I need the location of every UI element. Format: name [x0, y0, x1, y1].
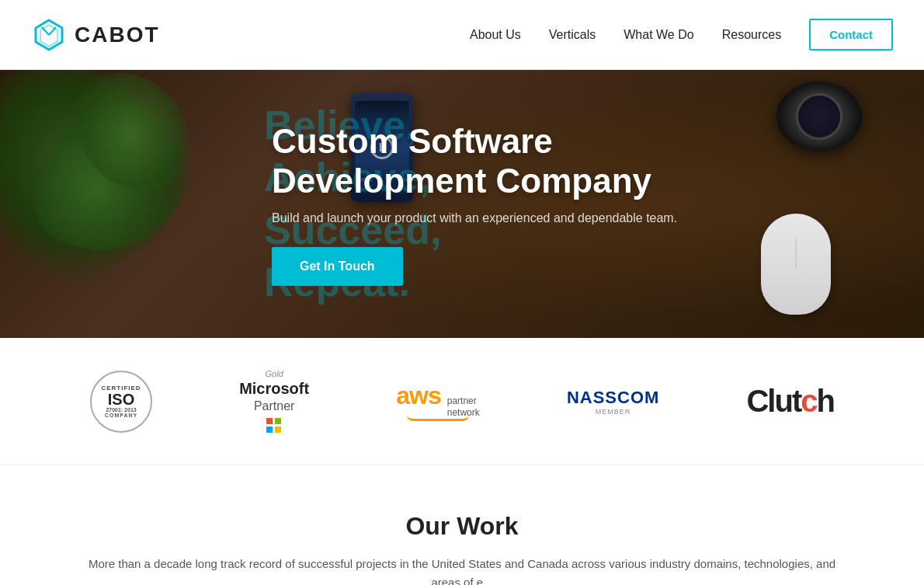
svg-line-3: [49, 27, 56, 35]
camera-lens: [796, 93, 842, 140]
camera-decoration: [776, 82, 862, 151]
clutch-partner: Clutch: [746, 384, 833, 419]
logo-area[interactable]: CABOT: [31, 17, 160, 53]
hero-content: Custom Software Development Company Buil…: [0, 122, 699, 286]
nav-about-us[interactable]: About Us: [470, 28, 521, 42]
ms-squares: [266, 418, 282, 434]
nasscom-partner: NASSCOM MEMBER: [567, 388, 659, 416]
iso-company-text: COMPANY: [105, 413, 137, 418]
cabot-logo-icon: [31, 17, 67, 53]
microsoft-partner: Gold Microsoft Partner: [239, 369, 309, 434]
hero-section: b Believe,Achieve,Succeed,Repeat. Custom…: [0, 70, 924, 338]
ms-sq-green: [275, 418, 281, 424]
nav-what-we-do[interactable]: What We Do: [624, 28, 693, 42]
site-header: CABOT About Us Verticals What We Do Reso…: [0, 0, 924, 70]
ms-sq-yellow: [275, 427, 281, 433]
hero-subtitle: Build and launch your product with an ex…: [272, 211, 699, 225]
ms-name: Microsoft: [239, 380, 309, 398]
nav-resources[interactable]: Resources: [722, 28, 781, 42]
our-work-section: Our Work More than a decade long track r…: [0, 465, 924, 585]
iso-main-text: ISO: [108, 392, 134, 407]
ms-gold-label: Gold: [266, 369, 283, 378]
aws-text: aws: [396, 381, 440, 410]
clutch-dot: c: [801, 384, 816, 418]
aws-logo: aws partnernetwork: [396, 381, 480, 421]
svg-line-2: [42, 27, 49, 35]
aws-curve: [407, 415, 469, 421]
nasscom-logo: NASSCOM MEMBER: [567, 388, 659, 416]
mouse-line: [796, 237, 797, 268]
nasscom-member-text: MEMBER: [596, 408, 631, 416]
ms-sq-red: [266, 418, 273, 424]
iso-year-text: 27001: 2013: [106, 407, 136, 413]
hero-title: Custom Software Development Company: [272, 122, 699, 200]
get-in-touch-button[interactable]: Get In Touch: [272, 247, 403, 286]
ms-sq-blue: [266, 427, 273, 433]
iso-badge: CERTIFIED ISO 27001: 2013 COMPANY: [90, 371, 152, 433]
mouse-decoration: [761, 214, 831, 315]
iso-partner: CERTIFIED ISO 27001: 2013 COMPANY: [90, 371, 152, 433]
clutch-text: Clutch: [746, 384, 833, 419]
our-work-description: More than a decade long track record of …: [74, 555, 850, 585]
contact-button[interactable]: Contact: [809, 19, 893, 50]
logo-text: CABOT: [75, 23, 160, 47]
aws-main-row: aws partnernetwork: [396, 381, 480, 418]
ms-partner-label: Partner: [254, 399, 294, 413]
main-nav: About Us Verticals What We Do Resources …: [470, 19, 893, 50]
partners-section: CERTIFIED ISO 27001: 2013 COMPANY Gold M…: [0, 338, 924, 465]
our-work-title: Our Work: [31, 512, 893, 541]
aws-partner: aws partnernetwork: [396, 381, 480, 421]
nav-verticals[interactable]: Verticals: [549, 28, 596, 42]
nasscom-main-text: NASSCOM: [567, 388, 659, 408]
